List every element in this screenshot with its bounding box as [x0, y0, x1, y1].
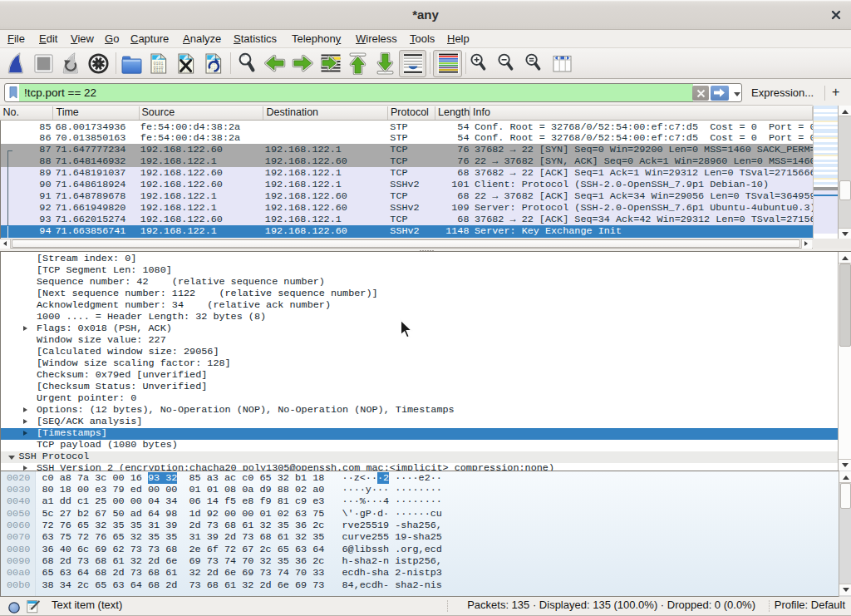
svg-text:0111: 0111 [153, 69, 163, 74]
